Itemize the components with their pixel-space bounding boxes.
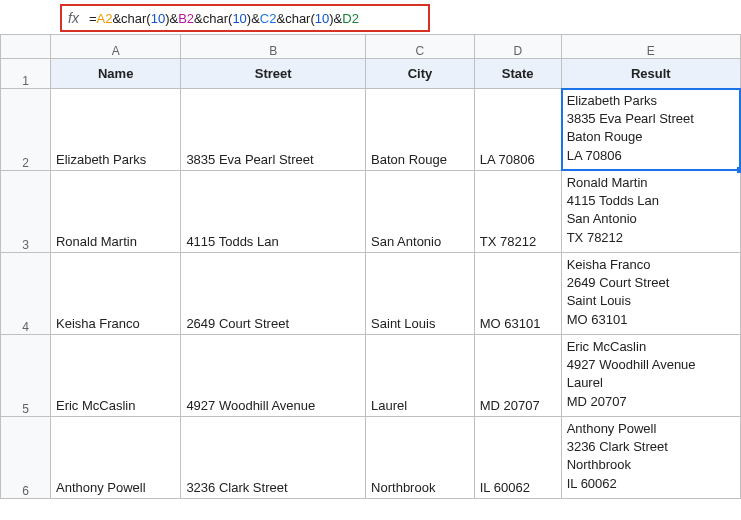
cell-a4[interactable]: Keisha Franco <box>50 253 180 335</box>
header-street[interactable]: Street <box>181 59 366 89</box>
select-all-corner[interactable] <box>1 35 51 59</box>
cell-b5[interactable]: 4927 Woodhill Avenue <box>181 335 366 417</box>
cell-d2[interactable]: LA 70806 <box>474 89 561 171</box>
cell-text: TX 78212 <box>475 231 561 252</box>
cell-text: MD 20707 <box>475 395 561 416</box>
col-head-b[interactable]: B <box>181 35 366 59</box>
ref-b2: B2 <box>178 11 194 26</box>
amp: & <box>251 11 260 26</box>
cell-b3[interactable]: 4115 Todds Lan <box>181 171 366 253</box>
amp: & <box>170 11 179 26</box>
cell-text: 4927 Woodhill Avenue <box>181 395 365 416</box>
ref-a2: A2 <box>96 11 112 26</box>
header-city[interactable]: City <box>366 59 475 89</box>
row-head-4[interactable]: 4 <box>1 253 51 335</box>
cell-text: Eric McCaslin <box>51 395 180 416</box>
cell-e5[interactable]: Eric McCaslin 4927 Woodhill Avenue Laure… <box>561 335 740 417</box>
cell-b2[interactable]: 3835 Eva Pearl Street <box>181 89 366 171</box>
num-10: 10 <box>151 11 165 26</box>
cell-text: Ronald Martin <box>51 231 180 252</box>
cell-b4[interactable]: 2649 Court Street <box>181 253 366 335</box>
formula-content[interactable]: =A2&char(10)&B2&char(10)&C2&char(10)&D2 <box>89 11 359 26</box>
fx-icon: fx <box>62 10 89 26</box>
header-result[interactable]: Result <box>561 59 740 89</box>
col-head-e[interactable]: E <box>561 35 740 59</box>
row-head-3[interactable]: 3 <box>1 171 51 253</box>
col-head-a[interactable]: A <box>50 35 180 59</box>
cell-text: Anthony Powell <box>51 477 180 498</box>
cell-a5[interactable]: Eric McCaslin <box>50 335 180 417</box>
cell-text: 3835 Eva Pearl Street <box>181 149 365 170</box>
cell-d6[interactable]: IL 60062 <box>474 417 561 499</box>
cell-text: Keisha Franco 2649 Court Street Saint Lo… <box>562 253 740 332</box>
header-name[interactable]: Name <box>50 59 180 89</box>
cell-text: Anthony Powell 3236 Clark Street Northbr… <box>562 417 740 496</box>
col-head-c[interactable]: C <box>366 35 475 59</box>
cell-text: Ronald Martin 4115 Todds Lan San Antonio… <box>562 171 740 250</box>
cell-text: Baton Rouge <box>366 149 474 170</box>
cell-text: Eric McCaslin 4927 Woodhill Avenue Laure… <box>562 335 740 414</box>
cell-c2[interactable]: Baton Rouge <box>366 89 475 171</box>
num-10: 10 <box>315 11 329 26</box>
cell-b6[interactable]: 3236 Clark Street <box>181 417 366 499</box>
cell-d4[interactable]: MO 63101 <box>474 253 561 335</box>
cell-text: 2649 Court Street <box>181 313 365 334</box>
row-head-6[interactable]: 6 <box>1 417 51 499</box>
header-state[interactable]: State <box>474 59 561 89</box>
row-head-2[interactable]: 2 <box>1 89 51 171</box>
char-open: char( <box>203 11 233 26</box>
cell-c3[interactable]: San Antonio <box>366 171 475 253</box>
cell-text: 4115 Todds Lan <box>181 231 365 252</box>
cell-d5[interactable]: MD 20707 <box>474 335 561 417</box>
cell-text: Saint Louis <box>366 313 474 334</box>
ref-c2: C2 <box>260 11 277 26</box>
cell-text: 3236 Clark Street <box>181 477 365 498</box>
cell-a3[interactable]: Ronald Martin <box>50 171 180 253</box>
num-10: 10 <box>232 11 246 26</box>
amp: & <box>276 11 285 26</box>
cell-text: Northbrook <box>366 477 474 498</box>
cell-text: San Antonio <box>366 231 474 252</box>
cell-c6[interactable]: Northbrook <box>366 417 475 499</box>
cell-c4[interactable]: Saint Louis <box>366 253 475 335</box>
char-open: char( <box>121 11 151 26</box>
char-open: char( <box>285 11 315 26</box>
cell-e2-selected[interactable]: Elizabeth Parks 3835 Eva Pearl Street Ba… <box>561 89 740 171</box>
cell-text: Laurel <box>366 395 474 416</box>
cell-text: IL 60062 <box>475 477 561 498</box>
cell-text: Keisha Franco <box>51 313 180 334</box>
cell-text: LA 70806 <box>475 149 561 170</box>
cell-e3[interactable]: Ronald Martin 4115 Todds Lan San Antonio… <box>561 171 740 253</box>
cell-a2[interactable]: Elizabeth Parks <box>50 89 180 171</box>
cell-text: MO 63101 <box>475 313 561 334</box>
amp: & <box>112 11 121 26</box>
cell-c5[interactable]: Laurel <box>366 335 475 417</box>
formula-bar[interactable]: fx =A2&char(10)&B2&char(10)&C2&char(10)&… <box>60 4 430 32</box>
col-head-d[interactable]: D <box>474 35 561 59</box>
cell-a6[interactable]: Anthony Powell <box>50 417 180 499</box>
cell-e4[interactable]: Keisha Franco 2649 Court Street Saint Lo… <box>561 253 740 335</box>
amp: & <box>194 11 203 26</box>
row-head-1[interactable]: 1 <box>1 59 51 89</box>
row-head-5[interactable]: 5 <box>1 335 51 417</box>
amp: & <box>334 11 343 26</box>
cell-text: Elizabeth Parks <box>51 149 180 170</box>
cell-d3[interactable]: TX 78212 <box>474 171 561 253</box>
ref-d2: D2 <box>342 11 359 26</box>
cell-e6[interactable]: Anthony Powell 3236 Clark Street Northbr… <box>561 417 740 499</box>
spreadsheet-grid[interactable]: A B C D E 1 Name Street City State Resul… <box>0 34 741 499</box>
cell-text: Elizabeth Parks 3835 Eva Pearl Street Ba… <box>562 89 740 168</box>
